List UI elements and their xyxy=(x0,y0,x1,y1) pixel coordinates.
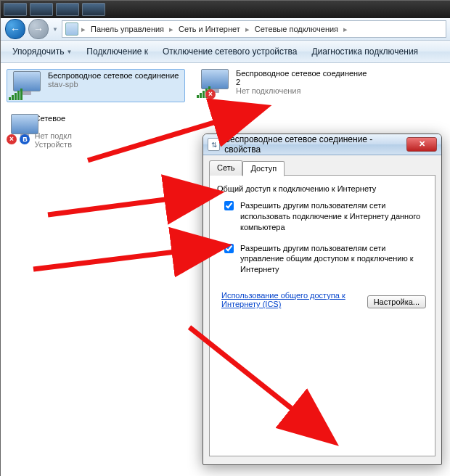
settings-button[interactable]: Настройка... xyxy=(367,295,426,308)
connection-name: Беспроводное сетевое соединение 2 xyxy=(236,69,371,86)
connection-icon: × B xyxy=(7,114,30,143)
disconnected-icon: × xyxy=(7,134,17,144)
taskbar-thumb xyxy=(4,3,27,16)
connection-sub: Нет подключения xyxy=(236,86,371,95)
breadcrumb-separator: ▸ xyxy=(80,25,87,34)
breadcrumb-root[interactable]: Панель управления xyxy=(89,24,166,34)
tab-access[interactable]: Доступ xyxy=(242,161,285,176)
address-bar[interactable]: ▸ Панель управления ▸ Сеть и Интернет ▸ … xyxy=(62,20,446,38)
connection-sub: Нет подкл xyxy=(34,131,72,140)
breadcrumb-leaf[interactable]: Сетевые подключения xyxy=(253,24,340,34)
connection-item[interactable]: × Беспроводное сетевое соединение 2 Нет … xyxy=(197,69,371,102)
diagnose-label: Диагностика подключения xyxy=(311,46,418,57)
close-button[interactable]: ✕ xyxy=(406,137,437,152)
tab-network[interactable]: Сеть xyxy=(209,160,242,176)
back-button[interactable]: ← xyxy=(5,19,25,39)
caret-down-icon: ▼ xyxy=(66,49,72,55)
svg-line-1 xyxy=(48,193,215,215)
group-label: Общий доступ к подключению к Интернету xyxy=(217,184,428,193)
taskbar-thumb xyxy=(30,3,53,16)
breadcrumb-mid[interactable]: Сеть и Интернет xyxy=(176,24,242,34)
breadcrumb-separator: ▸ xyxy=(244,25,251,34)
allow-control-checkbox[interactable] xyxy=(224,244,234,253)
dialog-icon: ⇅ xyxy=(208,138,220,151)
connection-icon xyxy=(9,71,44,100)
connection-sub2: Устройств xyxy=(34,140,72,149)
organize-label: Упорядочить xyxy=(12,46,64,57)
breadcrumb-separator: ▸ xyxy=(342,25,349,34)
window-titlebar xyxy=(1,1,450,18)
properties-dialog: ⇅ Беспроводное сетевое соединение - свой… xyxy=(202,134,442,465)
allow-control-label: Разрешить другим пользователям сети упра… xyxy=(240,243,428,276)
disconnected-icon: × xyxy=(205,89,216,99)
connection-sub: stav-spb xyxy=(48,80,183,89)
disable-label: Отключение сетевого устройства xyxy=(163,46,297,57)
taskbar-thumb xyxy=(82,3,105,16)
connect-label: Подключение к xyxy=(86,46,148,57)
svg-line-2 xyxy=(33,246,222,269)
organize-button[interactable]: Упорядочить▼ xyxy=(7,44,78,60)
connect-to-button[interactable]: Подключение к xyxy=(81,44,154,60)
dialog-titlebar[interactable]: ⇅ Беспроводное сетевое соединение - свой… xyxy=(203,134,441,155)
connection-name: Сетевое п xyxy=(34,114,72,131)
connection-name: Беспроводное сетевое соединение xyxy=(48,71,183,80)
dialog-title-text: Беспроводное сетевое соединение - свойст… xyxy=(224,134,402,155)
connection-icon: × xyxy=(197,69,232,98)
forward-button[interactable]: → xyxy=(28,19,49,39)
nav-history-dropdown[interactable]: ▼ xyxy=(52,25,59,33)
connection-item[interactable]: Беспроводное сетевое соединение stav-spb xyxy=(7,69,185,102)
navigation-row: ← → ▼ ▸ Панель управления ▸ Сеть и Интер… xyxy=(1,18,450,41)
diagnose-button[interactable]: Диагностика подключения xyxy=(306,44,424,60)
address-icon xyxy=(65,22,78,36)
tab-content: Общий доступ к подключению к Интернету Р… xyxy=(209,175,435,456)
allow-share-checkbox[interactable] xyxy=(224,201,234,210)
allow-share-label: Разрешить другим пользователям сети испо… xyxy=(240,200,428,233)
toolbar: Упорядочить▼ Подключение к Отключение се… xyxy=(1,41,450,63)
disable-device-button[interactable]: Отключение сетевого устройства xyxy=(157,44,303,60)
taskbar-thumb xyxy=(56,3,79,16)
breadcrumb-separator: ▸ xyxy=(168,25,175,34)
connection-item[interactable]: × B Сетевое п Нет подкл Устройств xyxy=(7,114,72,149)
ics-link[interactable]: Использование общего доступа к Интернету… xyxy=(221,291,352,308)
bluetooth-icon: B xyxy=(20,134,30,144)
